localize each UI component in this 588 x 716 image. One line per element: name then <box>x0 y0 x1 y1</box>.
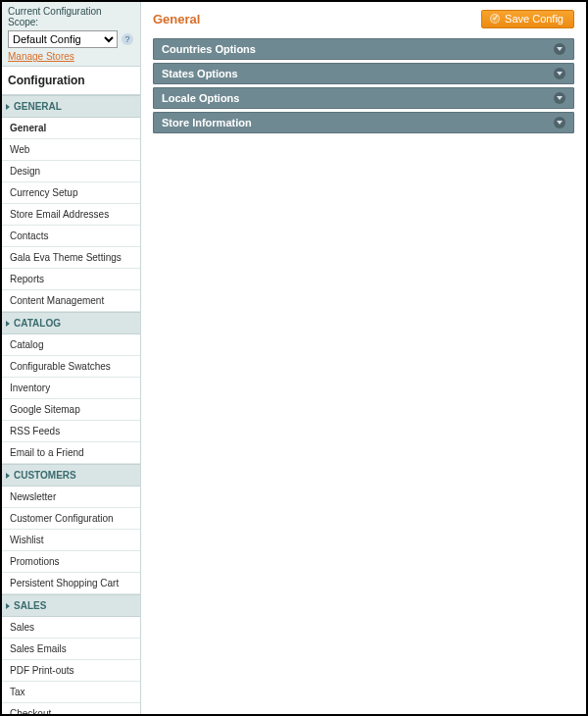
config-section-bar[interactable]: Countries Options <box>153 38 574 60</box>
sidebar-item[interactable]: General <box>2 118 140 139</box>
sidebar-item[interactable]: Customer Configuration <box>2 508 140 530</box>
sidebar-item[interactable]: Wishlist <box>2 530 140 551</box>
config-section-label: Locale Options <box>162 92 239 104</box>
sidebar-item[interactable]: Catalog <box>2 334 140 356</box>
sidebar-item[interactable]: Store Email Addresses <box>2 204 140 226</box>
sidebar-item[interactable]: Gala Eva Theme Settings <box>2 247 140 269</box>
sidebar-title: Configuration <box>2 66 140 95</box>
config-section-label: States Options <box>162 68 238 79</box>
sidebar-item[interactable]: Web <box>2 139 140 161</box>
config-section-bar[interactable]: Store Information <box>153 112 574 133</box>
sidebar-item[interactable]: Email to a Friend <box>2 442 140 464</box>
main-panel: General Save Config Countries OptionsSta… <box>141 2 586 714</box>
sidebar-group-head[interactable]: CATALOG <box>2 312 140 334</box>
config-section-bar[interactable]: Locale Options <box>153 87 574 109</box>
scope-select[interactable]: Default Config <box>8 30 118 48</box>
sidebar-item[interactable]: Google Sitemap <box>2 399 140 421</box>
sidebar-item[interactable]: Content Management <box>2 290 140 312</box>
app-frame: Current Configuration Scope: Default Con… <box>0 0 588 716</box>
sidebar-item[interactable]: Design <box>2 161 140 182</box>
sidebar-item[interactable]: PDF Print-outs <box>2 660 140 682</box>
config-section-label: Store Information <box>162 117 252 128</box>
page-title: General <box>153 12 200 26</box>
config-section-label: Countries Options <box>162 43 256 55</box>
sidebar-item[interactable]: Newsletter <box>2 486 140 508</box>
chevron-down-icon <box>554 117 565 128</box>
chevron-down-icon <box>554 92 565 104</box>
sidebar-item[interactable]: Tax <box>2 682 140 703</box>
save-config-label: Save Config <box>505 13 564 25</box>
sidebar-item[interactable]: Sales Emails <box>2 639 140 660</box>
sidebar-item[interactable]: RSS Feeds <box>2 421 140 442</box>
chevron-down-icon <box>554 68 565 79</box>
sidebar-group-head[interactable]: SALES <box>2 594 140 617</box>
sidebar-item[interactable]: Persistent Shopping Cart <box>2 573 140 594</box>
sidebar-item[interactable]: Configurable Swatches <box>2 356 140 378</box>
save-config-button[interactable]: Save Config <box>481 10 574 28</box>
sidebar: Current Configuration Scope: Default Con… <box>2 2 141 714</box>
sidebar-group-head[interactable]: CUSTOMERS <box>2 464 140 486</box>
scope-label: Current Configuration Scope: <box>8 6 134 27</box>
sidebar-item[interactable]: Promotions <box>2 551 140 573</box>
help-icon[interactable]: ? <box>122 33 133 45</box>
manage-stores-link[interactable]: Manage Stores <box>8 51 74 62</box>
check-icon <box>490 14 500 24</box>
sidebar-group-head[interactable]: GENERAL <box>2 95 140 118</box>
sidebar-item[interactable]: Sales <box>2 617 140 639</box>
chevron-down-icon <box>554 43 565 55</box>
sidebar-item[interactable]: Inventory <box>2 378 140 399</box>
sidebar-item[interactable]: Currency Setup <box>2 182 140 204</box>
sidebar-item[interactable]: Contacts <box>2 226 140 247</box>
sidebar-item[interactable]: Checkout <box>2 703 140 714</box>
sidebar-item[interactable]: Reports <box>2 269 140 290</box>
config-scope: Current Configuration Scope: Default Con… <box>2 2 140 66</box>
config-section-bar[interactable]: States Options <box>153 63 574 84</box>
